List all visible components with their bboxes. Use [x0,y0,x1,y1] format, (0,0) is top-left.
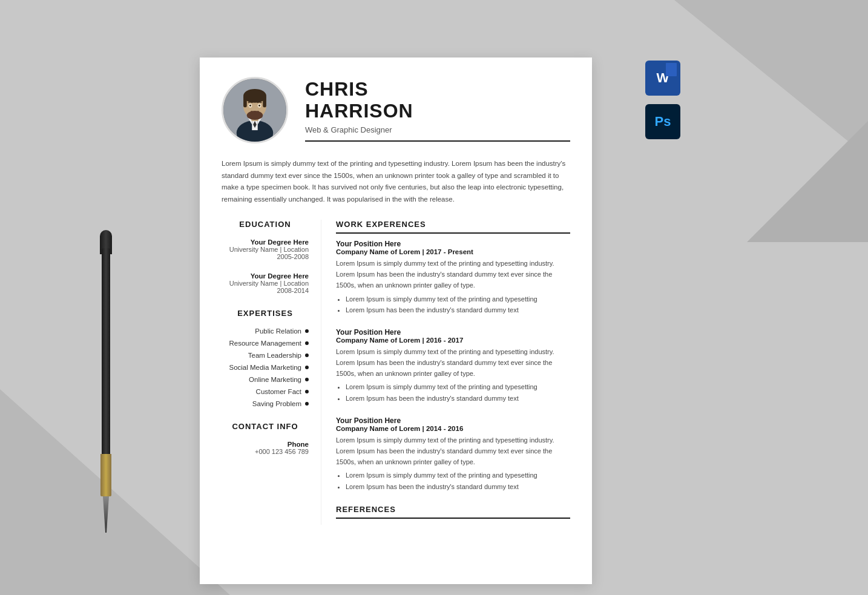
expertises-title: EXPERTISES [222,309,309,318]
ps-label: Ps [655,114,671,130]
expertise-dot-3 [305,353,309,357]
expertise-section: EXPERTISES Public Relation Resource Mana… [222,309,309,407]
resume-header: CHRIS HARRISON Web & Graphic Designer [200,58,592,158]
bullet-3-2: Lorem Ipsum has been the industry's stan… [346,481,570,493]
expertise-dot-4 [305,366,309,369]
left-column: EDUCATION Your Degree Here University Na… [200,220,321,524]
bullet-1-2: Lorem Ipsum has been the industry's stan… [346,304,570,316]
right-column: WORK EXPERENCES Your Position Here Compa… [321,220,592,524]
expertise-item-5: Online Marketing [222,376,309,383]
avatar [222,77,288,143]
ps-icon[interactable]: Ps [645,104,680,139]
references-section: REFERENCES [336,505,570,519]
contact-phone: Phone +000 123 456 789 [222,441,309,455]
pen-grip [100,460,111,496]
bg-shape-bottom-left [0,389,230,595]
expertise-item-7: Saving Problem [222,400,309,407]
expertise-label-5: Online Marketing [249,376,301,383]
edu-degree-2: Your Degree Here [222,272,309,280]
expertise-item-4: Social Media Marketing [222,364,309,371]
edu-school-2: University Name | Location [222,280,309,287]
edu-year-1: 2005-2008 [222,253,309,260]
name-last: HARRISON [305,100,570,122]
expertise-label-1: Public Relation [255,327,301,335]
svg-point-14 [249,105,251,107]
expertise-label-2: Resource Management [229,340,301,347]
resume-container: CHRIS HARRISON Web & Graphic Designer Lo… [200,58,592,584]
work-section: WORK EXPERENCES Your Position Here Compa… [336,220,570,492]
bullet-2-2: Lorem Ipsum has been the industry's stan… [346,393,570,404]
work-company-2: Company Name of Lorem | 2016 - 2017 [336,337,570,344]
work-title: WORK EXPERENCES [336,220,570,234]
work-company-3: Company Name of Lorem | 2014 - 2016 [336,425,570,432]
app-icons: W Ps [645,61,680,139]
edu-item-1: Your Degree Here University Name | Locat… [222,238,309,260]
svg-rect-11 [263,96,266,107]
pen-tip [103,496,109,533]
pen-body [102,248,110,478]
expertise-label-4: Social Media Marketing [229,364,301,371]
contact-title: CONTACT INFO [222,422,309,431]
expertise-dot-7 [305,402,309,406]
avatar-image [223,77,286,143]
name-section: CHRIS HARRISON Web & Graphic Designer [305,79,570,141]
work-position-1: Your Position Here [336,240,570,248]
edu-degree-1: Your Degree Here [222,238,309,246]
expertise-dot-1 [305,329,309,333]
work-item-2: Your Position Here Company Name of Lorem… [336,328,570,404]
expertise-dot-6 [305,390,309,393]
svg-point-15 [258,105,260,107]
work-company-1: Company Name of Lorem | 2017 - Present [336,248,570,255]
expertise-label-7: Saving Problem [252,400,301,407]
job-title: Web & Graphic Designer [305,125,570,134]
bio-text: Lorem Ipsum is simply dummy text of the … [200,158,592,220]
bullet-2-1: Lorem Ipsum is simply dummy text of the … [346,381,570,393]
bg-shape-mid-right [747,121,868,242]
word-icon[interactable]: W [645,61,680,96]
name-first: CHRIS [305,79,570,100]
work-position-2: Your Position Here [336,328,570,337]
education-title: EDUCATION [222,220,309,229]
work-position-3: Your Position Here [336,416,570,425]
edu-item-2: Your Degree Here University Name | Locat… [222,272,309,294]
phone-label: Phone [222,441,309,448]
expertise-item-3: Team Leadership [222,352,309,359]
work-item-1: Your Position Here Company Name of Lorem… [336,240,570,316]
svg-rect-10 [243,96,247,107]
expertise-item-6: Customer Fact [222,388,309,395]
expertise-dot-2 [305,341,309,345]
work-desc-1: Lorem Ipsum is simply dummy text of the … [336,258,570,291]
expertise-item-1: Public Relation [222,327,309,335]
expertise-label-3: Team Leadership [248,352,301,359]
contact-section: CONTACT INFO Phone +000 123 456 789 [222,422,309,455]
bullet-1-1: Lorem Ipsum is simply dummy text of the … [346,294,570,305]
work-bullets-2: Lorem Ipsum is simply dummy text of the … [336,381,570,404]
work-bullets-3: Lorem Ipsum is simply dummy text of the … [336,470,570,492]
work-bullets-1: Lorem Ipsum is simply dummy text of the … [336,294,570,316]
edu-year-2: 2008-2014 [222,287,309,294]
bullet-3-1: Lorem Ipsum is simply dummy text of the … [346,470,570,481]
bg-shape-top-right [674,0,868,157]
work-desc-3: Lorem Ipsum is simply dummy text of the … [336,435,570,467]
phone-value: +000 123 456 789 [222,448,309,455]
word-label: W [657,70,669,86]
expertise-dot-5 [305,378,309,381]
expertise-item-2: Resource Management [222,340,309,347]
work-item-3: Your Position Here Company Name of Lorem… [336,416,570,493]
pen-decoration [97,230,115,545]
work-desc-2: Lorem Ipsum is simply dummy text of the … [336,346,570,379]
main-content: EDUCATION Your Degree Here University Na… [200,220,592,542]
edu-school-1: University Name | Location [222,246,309,253]
references-title: REFERENCES [336,505,570,519]
education-section: EDUCATION Your Degree Here University Na… [222,220,309,294]
svg-point-9 [243,89,266,103]
expertise-label-6: Customer Fact [256,388,301,395]
